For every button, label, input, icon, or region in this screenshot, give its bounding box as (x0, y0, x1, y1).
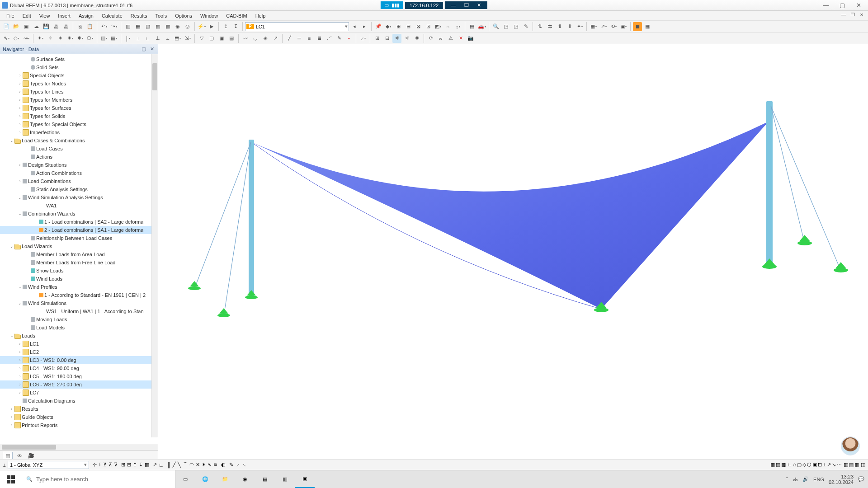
tbb-15[interactable]: ⇅ (535, 22, 544, 31)
t2-12[interactable]: │ (123, 34, 132, 43)
cloud-button[interactable]: ☁ (32, 22, 41, 31)
remote-min-icon[interactable]: — (448, 3, 459, 8)
tree-row[interactable]: Surface Sets (0, 55, 151, 63)
view-6-icon[interactable]: ◉ (173, 22, 182, 31)
tree-row[interactable]: Actions (0, 153, 151, 161)
t2-32[interactable]: ✎ (335, 34, 344, 43)
snap-12[interactable]: ∟ (159, 462, 164, 468)
t2-5[interactable]: ✧ (46, 34, 55, 43)
t2-19[interactable]: ▽ (197, 34, 206, 43)
snap-24[interactable]: ⟋ (235, 462, 240, 468)
explorer-icon[interactable]: 📁 (215, 470, 235, 488)
snap-23[interactable]: ✎ (229, 462, 233, 468)
t2-42[interactable]: ⚠ (446, 34, 455, 43)
tree-twisty-icon[interactable]: › (17, 179, 23, 183)
snap-22[interactable]: ◐ (221, 462, 226, 468)
menu-window[interactable]: Window (197, 12, 222, 20)
t2-15[interactable]: ⊥ (153, 34, 162, 43)
tree-row[interactable]: Snow Loads (0, 267, 151, 275)
tree-row[interactable]: ›Design Situations (0, 161, 151, 169)
tree-twisty-icon[interactable]: ⌄ (9, 333, 14, 338)
menu-insert[interactable]: Insert (54, 12, 74, 20)
t2-39[interactable]: ✺ (412, 34, 421, 43)
app-1-icon[interactable]: ▤ (255, 470, 275, 488)
minimize-button[interactable]: — (818, 2, 834, 9)
snap-20[interactable]: ∿ (208, 462, 212, 468)
view-4-icon[interactable]: ▨ (153, 22, 162, 31)
t2-36[interactable]: ⊟ (382, 34, 392, 43)
snap-10[interactable]: ▦ (145, 462, 149, 468)
view-7-icon[interactable]: ◎ (183, 22, 192, 31)
view-2-icon[interactable]: ▦ (133, 22, 142, 31)
t2-41[interactable]: ∞ (436, 34, 445, 43)
menu-cadbim[interactable]: CAD-BIM (222, 12, 250, 20)
tbb-6[interactable]: ◩ (434, 22, 443, 31)
menu-results[interactable]: Results (127, 12, 151, 20)
save-button[interactable]: 💾 (42, 22, 51, 31)
scroll-thumb[interactable] (152, 63, 157, 90)
t2-30[interactable]: ≣ (315, 34, 324, 43)
mdi-close-icon[interactable]: ✕ (858, 12, 866, 19)
tbb-8[interactable]: ↕ (453, 22, 462, 31)
snap-11[interactable]: ↗ (153, 462, 157, 468)
tree-twisty-icon[interactable]: › (17, 350, 23, 354)
tree-row[interactable]: ⌄Wind Simulation Analysis Settings (0, 193, 151, 202)
rg-15[interactable]: ▥ (844, 462, 848, 468)
tray-volume-icon[interactable]: 🔊 (802, 476, 809, 482)
t2-9[interactable]: ⬡ (85, 34, 94, 43)
tree-row[interactable]: ⌄Wind Profiles (0, 283, 151, 291)
tree-twisty-icon[interactable]: ⌄ (17, 301, 23, 305)
tbb-14[interactable]: ✎ (521, 22, 530, 31)
tray-lang[interactable]: ENG (813, 477, 824, 482)
tree-twisty-icon[interactable]: › (17, 81, 23, 86)
tbb-13[interactable]: ◲ (511, 22, 520, 31)
t2-24[interactable]: ◡ (251, 34, 260, 43)
tbb-9[interactable]: ▤ (467, 22, 476, 31)
tree-twisty-icon[interactable]: › (17, 98, 23, 102)
pin-icon[interactable]: 📌 (374, 22, 383, 31)
rg-1[interactable]: ▦ (770, 462, 775, 468)
tbb-7[interactable]: ↔ (443, 22, 453, 31)
tree-twisty-icon[interactable]: › (17, 374, 23, 379)
tree-row[interactable]: ›LC6 - WS1: 270.00 deg (0, 380, 151, 389)
tree-row[interactable]: Moving Loads (0, 315, 151, 324)
tree-row[interactable]: Solid Sets (0, 63, 151, 71)
tree-twisty-icon[interactable]: › (17, 163, 23, 167)
t2-22[interactable]: ▤ (227, 34, 236, 43)
tree-row[interactable]: Action Combinations (0, 169, 151, 177)
navigator-close-icon[interactable]: ✕ (149, 46, 155, 52)
tree-row[interactable]: ⌄Combination Wizards (0, 210, 151, 218)
tbb-2[interactable]: ⊞ (394, 22, 403, 31)
t2-23[interactable]: 〰 (241, 34, 250, 43)
menu-calculate[interactable]: Calculate (98, 12, 126, 20)
snap-7[interactable]: ⊟ (127, 462, 131, 468)
loadcase-selector[interactable]: P LC1 ▾ (245, 22, 349, 31)
taskbar-search[interactable]: 🔍 (22, 470, 175, 488)
tree-row[interactable]: 2 - Load combinations | SA1 - Large defo… (0, 226, 151, 234)
tbb-25[interactable]: ▦ (643, 22, 652, 31)
menu-assign[interactable]: Assign (75, 12, 97, 20)
tree-twisty-icon[interactable]: › (17, 106, 23, 110)
snap-6[interactable]: ⊞ (121, 462, 125, 468)
t2-10[interactable]: ▥ (99, 34, 108, 43)
rg-9[interactable]: ▣ (812, 462, 817, 468)
mdi-min-icon[interactable]: — (840, 12, 848, 19)
t2-7[interactable]: ✷ (66, 34, 75, 43)
rg-6[interactable]: ▢ (797, 462, 802, 468)
calc-button[interactable]: ⚡ (197, 22, 206, 31)
t2-13[interactable]: ⟂ (133, 34, 142, 43)
remote-close-icon[interactable]: ✕ (474, 2, 484, 8)
rg-2[interactable]: ▨ (776, 462, 780, 468)
app-2-icon[interactable]: ▥ (275, 470, 295, 488)
snap-16[interactable]: ⌒ (183, 461, 188, 468)
rg-7[interactable]: ◇ (802, 462, 806, 468)
view-1-icon[interactable]: ▥ (123, 22, 132, 31)
t2-43[interactable]: ✕ (456, 34, 465, 43)
t2-28[interactable]: ═ (295, 34, 304, 43)
tbb-11[interactable]: 🔍 (491, 22, 500, 31)
tree-twisty-icon[interactable]: ⌄ (9, 138, 14, 143)
tree-row[interactable]: WA1 (0, 202, 151, 210)
t2-21[interactable]: ▣ (217, 34, 226, 43)
tree-row[interactable]: Wind Loads (0, 275, 151, 283)
navigator-dock-icon[interactable]: ▢ (141, 46, 147, 52)
